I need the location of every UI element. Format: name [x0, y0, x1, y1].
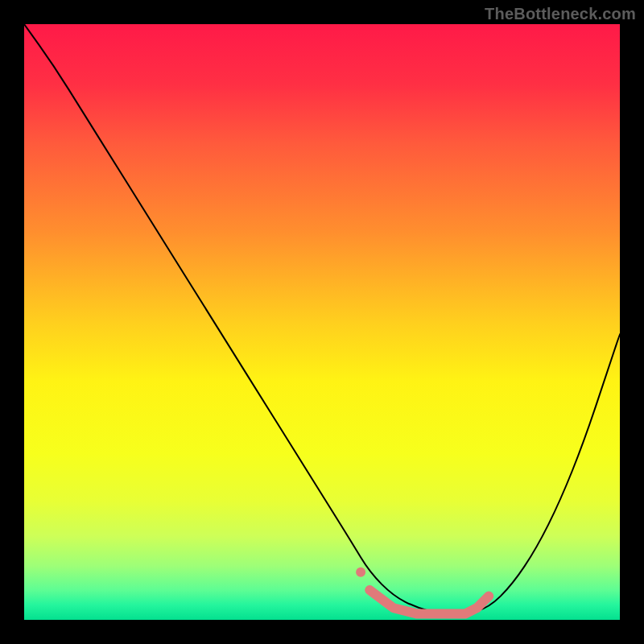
chart-frame: TheBottleneck.com [0, 0, 644, 644]
plot-area [24, 24, 620, 620]
sweet-spot-dot [356, 568, 365, 577]
gradient-background [24, 24, 620, 620]
watermark-text: TheBottleneck.com [485, 5, 636, 23]
chart-svg [24, 24, 620, 620]
